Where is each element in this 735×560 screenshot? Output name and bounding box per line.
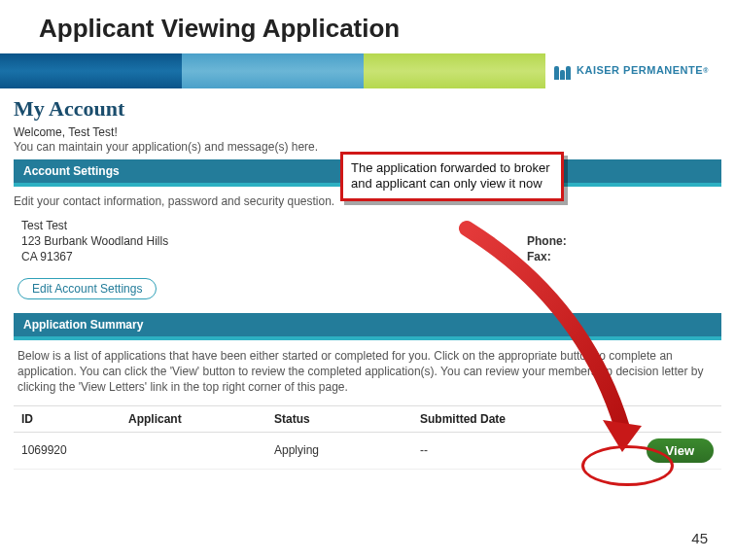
welcome-text: Welcome, Test Test! [14,125,721,139]
application-summary-description: Below is a list of applications that hav… [14,340,721,405]
address-line-2: CA 91367 [21,250,527,263]
header-color-bar: KAISER PERMANENTE® [0,53,735,88]
table-header-row: ID Applicant Status Submitted Date [14,406,721,433]
main-content: My Account Welcome, Test Test! You can m… [0,88,735,470]
brand-logo-area: KAISER PERMANENTE® [545,53,735,88]
fax-label: Fax: [527,250,585,263]
header-seg-1 [0,53,182,88]
address-line-1: 123 Burbank Woodland Hills [21,234,527,248]
cell-id: 1069920 [21,443,128,457]
applications-table: ID Applicant Status Submitted Date 10699… [14,405,721,470]
col-header-id: ID [21,412,128,426]
edit-account-settings-button[interactable]: Edit Account Settings [18,278,157,299]
kp-logo-icon [553,62,571,80]
info-row-address2: CA 91367 Fax: [14,249,721,264]
annotation-callout: The application forwarded to broker and … [340,152,564,201]
info-row-address1: 123 Burbank Woodland Hills Phone: [14,233,721,249]
view-button[interactable]: View [647,438,714,463]
col-header-submitted: Submitted Date [420,412,585,426]
cell-action: View [585,438,714,463]
col-header-applicant: Applicant [128,412,274,426]
page-title: My Account [14,96,721,122]
col-header-action [585,412,714,426]
account-name: Test Test [21,219,527,232]
phone-label: Phone: [527,234,585,248]
page-number: 45 [691,530,708,546]
table-row: 1069920 Applying -- View [14,433,721,470]
header-seg-3 [364,53,545,88]
brand-name: KAISER PERMANENTE® [577,64,709,78]
info-row-name: Test Test [14,218,721,233]
cell-submitted: -- [420,443,585,457]
header-seg-2 [182,53,364,88]
cell-status: Applying [274,443,420,457]
slide-title: Applicant Viewing Application [0,0,735,53]
col-header-status: Status [274,412,420,426]
application-summary-header: Application Summary [14,313,721,336]
